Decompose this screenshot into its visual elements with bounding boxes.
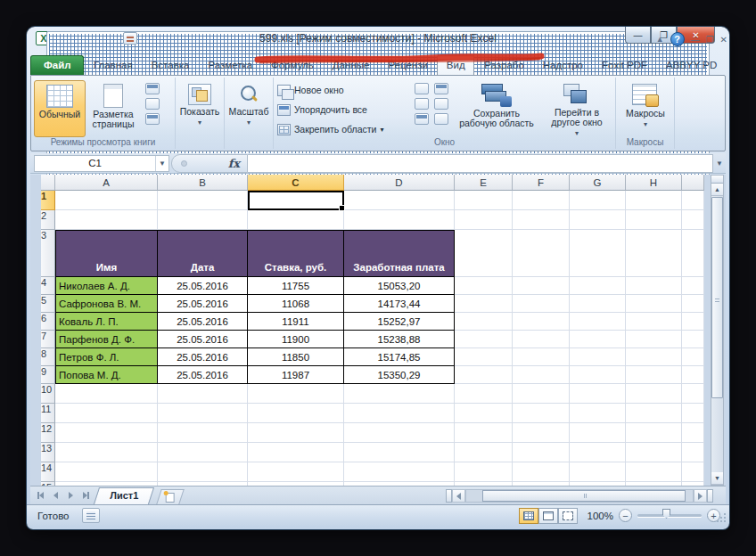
formula-bar-expand-icon[interactable]: ▼ xyxy=(713,159,726,168)
tab-формуль[interactable]: Формуль xyxy=(261,55,323,75)
table-name-cell[interactable]: Николаев А. Д. xyxy=(55,277,158,295)
cell[interactable] xyxy=(682,423,704,443)
cell[interactable] xyxy=(55,462,158,482)
cell[interactable] xyxy=(513,210,570,230)
cell[interactable] xyxy=(626,423,682,443)
table-value-cell[interactable]: 11068 xyxy=(248,295,344,313)
cell[interactable] xyxy=(682,462,704,482)
cell[interactable] xyxy=(158,423,248,443)
split-icon[interactable] xyxy=(415,83,429,94)
macro-record-icon[interactable] xyxy=(82,508,100,523)
cell[interactable] xyxy=(570,348,626,366)
table-value-cell[interactable]: 15252,97 xyxy=(344,313,455,331)
zoom-level[interactable]: 100% xyxy=(583,511,613,521)
collapse-ribbon-icon[interactable]: ▲ xyxy=(656,35,664,44)
switch-window-button[interactable]: Перейти в другое окно xyxy=(539,80,614,137)
cell[interactable] xyxy=(513,423,570,443)
cell[interactable] xyxy=(455,295,513,313)
table-value-cell[interactable]: 25.05.2016 xyxy=(158,348,248,366)
normal-view-button[interactable]: Обычный xyxy=(34,80,86,137)
zoom-slider[interactable] xyxy=(637,514,702,517)
page-layout-shortcut[interactable] xyxy=(538,508,558,524)
cell[interactable] xyxy=(626,384,682,404)
table-header-cell[interactable]: Ставка, руб. xyxy=(248,230,344,277)
cell[interactable] xyxy=(570,366,626,384)
table-value-cell[interactable]: 25.05.2016 xyxy=(158,277,248,295)
scroll-up-icon[interactable]: ▲ xyxy=(711,184,723,196)
custom-views-icon[interactable] xyxy=(145,98,160,110)
next-sheet-icon[interactable] xyxy=(64,489,78,503)
cell[interactable] xyxy=(626,443,682,462)
table-value-cell[interactable]: 15238,88 xyxy=(344,331,455,348)
row-header-1[interactable]: 1 xyxy=(41,191,55,210)
table-name-cell[interactable]: Сафронова В. М. xyxy=(55,295,158,313)
column-header-G[interactable]: G xyxy=(570,175,626,191)
cell[interactable] xyxy=(55,210,158,230)
show-button[interactable]: Показать xyxy=(175,80,225,137)
cell[interactable] xyxy=(513,462,570,482)
table-name-cell[interactable]: Петров Ф. Л. xyxy=(55,348,158,366)
last-sheet-icon[interactable] xyxy=(79,489,93,503)
cell[interactable] xyxy=(344,210,455,230)
cell[interactable] xyxy=(626,191,682,210)
cell[interactable] xyxy=(455,384,513,404)
cell[interactable] xyxy=(455,313,513,331)
cell[interactable] xyxy=(513,384,570,404)
new-window-button[interactable]: Новое окно xyxy=(277,81,344,99)
table-header-cell[interactable]: Дата xyxy=(158,230,248,277)
cell[interactable] xyxy=(55,443,158,462)
table-value-cell[interactable]: 14173,44 xyxy=(344,295,455,313)
name-box-dropdown-icon[interactable]: ▼ xyxy=(155,156,168,171)
cell[interactable] xyxy=(55,423,158,443)
row-header-7[interactable]: 7 xyxy=(41,331,55,348)
h-scroll-thumb[interactable] xyxy=(482,490,686,502)
cell[interactable] xyxy=(513,366,570,384)
cell[interactable] xyxy=(570,210,626,230)
row-header-13[interactable]: 13 xyxy=(41,443,55,462)
cell[interactable] xyxy=(513,230,570,277)
row-header-14[interactable]: 14 xyxy=(41,462,55,482)
table-value-cell[interactable]: 15053,20 xyxy=(344,277,455,295)
cell[interactable] xyxy=(570,384,626,404)
column-header-B[interactable]: B xyxy=(158,175,248,191)
table-header-cell[interactable]: Заработная плата xyxy=(344,230,455,277)
cell[interactable] xyxy=(344,384,455,404)
table-value-cell[interactable]: 25.05.2016 xyxy=(158,366,248,384)
column-header-D[interactable]: D xyxy=(344,175,455,191)
synchronous-scrolling-icon[interactable] xyxy=(434,98,448,110)
cell[interactable] xyxy=(626,295,682,313)
freeze-panes-button[interactable]: Закрепить области▾ xyxy=(277,120,384,138)
zoom-out-icon[interactable]: − xyxy=(619,509,632,522)
active-cell-selection[interactable] xyxy=(248,191,344,210)
cell[interactable] xyxy=(513,295,570,313)
tab-главная[interactable]: Главная xyxy=(84,55,142,75)
cell[interactable] xyxy=(626,331,682,348)
cell[interactable] xyxy=(570,277,626,295)
tab-abbyy-pd[interactable]: ABBYY PD xyxy=(656,55,726,75)
cell[interactable] xyxy=(158,384,248,404)
cell[interactable] xyxy=(455,366,513,384)
table-name-cell[interactable]: Коваль Л. П. xyxy=(55,313,158,331)
table-name-cell[interactable]: Попова М. Д. xyxy=(55,366,158,384)
tab-foxit-pdf[interactable]: Foxit PDF xyxy=(592,55,656,75)
row-header-9[interactable]: 9 xyxy=(41,366,55,384)
cell[interactable] xyxy=(626,404,682,423)
formula-input[interactable] xyxy=(248,154,713,173)
row-header-8[interactable]: 8 xyxy=(41,348,55,366)
cell[interactable] xyxy=(455,443,513,462)
cell[interactable] xyxy=(248,384,344,404)
cell[interactable] xyxy=(626,462,682,482)
table-value-cell[interactable]: 15350,29 xyxy=(344,366,455,384)
grid[interactable]: ABCDEFGH123ИмяДатаСтавка, руб.Заработная… xyxy=(41,175,704,486)
cell[interactable] xyxy=(455,191,513,210)
save-workspace-button[interactable]: Сохранить рабочую область xyxy=(456,80,538,137)
table-name-cell[interactable]: Парфенов Д. Ф. xyxy=(55,331,158,348)
scroll-right-icon[interactable] xyxy=(694,489,707,503)
table-value-cell[interactable]: 25.05.2016 xyxy=(158,295,248,313)
column-header-partial[interactable] xyxy=(682,175,704,191)
cell[interactable] xyxy=(682,331,704,348)
table-value-cell[interactable]: 11755 xyxy=(248,277,344,295)
row-header-6[interactable]: 6 xyxy=(41,313,55,331)
cell[interactable] xyxy=(344,191,455,210)
tab-разрабо[interactable]: Разрабо xyxy=(474,55,533,75)
